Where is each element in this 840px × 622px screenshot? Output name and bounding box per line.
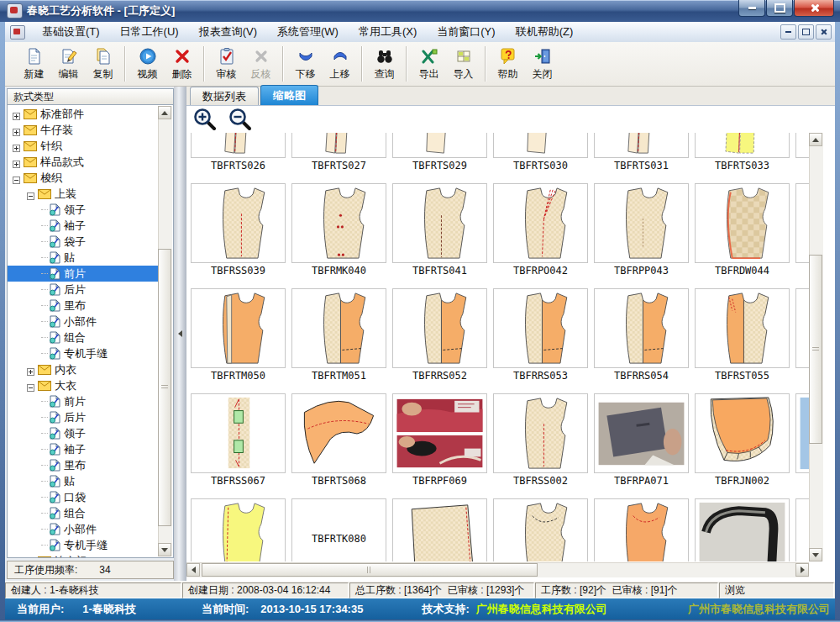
mdi-restore-button[interactable] xyxy=(798,24,814,40)
toolbar-button-0[interactable]: 新建 xyxy=(17,45,51,83)
menu-item-3[interactable]: 系统管理(W) xyxy=(267,22,349,42)
thumbnail-cell[interactable]: TBFRTS031 xyxy=(594,133,689,175)
menu-item-0[interactable]: 基础设置(T) xyxy=(32,22,110,42)
thumbnail-cell[interactable]: TBFRPO042 xyxy=(493,183,588,280)
thumbnail-cell[interactable]: TBFRTK080 xyxy=(291,498,386,561)
thumbnail-cell[interactable]: TBFRSS002 xyxy=(493,393,588,490)
grid-scroll-down-icon[interactable] xyxy=(809,548,822,561)
toolbar-button-7[interactable]: 下移 xyxy=(288,45,323,83)
thumbnail-cell[interactable]: TBFRTS033 xyxy=(695,133,790,175)
thumbnail-cell[interactable]: TBFRDW044 xyxy=(695,183,790,280)
thumbnail-cell[interactable]: TBFRPP043 xyxy=(594,183,689,280)
toolbar-button-11[interactable]: 导入 xyxy=(446,45,480,83)
tree-item-4[interactable]: 梭织 xyxy=(8,170,160,186)
thumbnail-cell[interactable]: TBFRTS029 xyxy=(392,133,487,175)
tree-item-3[interactable]: 样品款式 xyxy=(8,154,160,170)
grid-scroll-thumb[interactable] xyxy=(809,255,822,444)
tree-item-1[interactable]: 牛仔装 xyxy=(8,122,160,138)
grid-scroll-right-icon[interactable] xyxy=(795,563,809,577)
tree-item-24[interactable]: 口袋 xyxy=(8,489,160,505)
thumbnail-cell[interactable]: TBFRPA071 xyxy=(594,393,689,490)
menu-item-5[interactable]: 当前窗口(Y) xyxy=(427,22,505,42)
toolbar-button-8[interactable]: 上移 xyxy=(323,45,357,83)
thumbnail-cell[interactable]: TBFRTS041 xyxy=(392,183,487,280)
grid-vertical-scrollbar[interactable] xyxy=(809,133,823,561)
tree-item-2[interactable]: 针织 xyxy=(8,138,160,154)
toolbar-button-9[interactable]: 查询 xyxy=(367,45,402,83)
thumbnail-cell[interactable] xyxy=(795,183,809,280)
thumbnail-cell[interactable]: TBFRTS026 xyxy=(191,133,286,175)
tree-item-6[interactable]: 领子 xyxy=(8,202,160,218)
thumbnail-cell[interactable]: TBFRTS027 xyxy=(291,133,386,175)
close-button[interactable] xyxy=(794,0,834,17)
collapse-icon[interactable] xyxy=(27,382,34,389)
tree-item-19[interactable]: 后片 xyxy=(8,409,160,425)
expand-icon[interactable] xyxy=(13,142,20,150)
expand-icon[interactable] xyxy=(27,557,34,558)
thumbnail-cell[interactable] xyxy=(795,498,809,561)
menu-item-1[interactable]: 日常工作(U) xyxy=(110,22,189,42)
toolbar-button-13[interactable]: 关闭 xyxy=(525,45,559,83)
tree-item-17[interactable]: 大衣 xyxy=(8,377,160,393)
thumbnail-cell[interactable]: TBFRJN002 xyxy=(695,393,790,490)
tree-item-18[interactable]: 前片 xyxy=(8,393,160,409)
thumbnail-cell[interactable] xyxy=(594,498,689,561)
thumbnail-cell[interactable]: TBFRRS054 xyxy=(594,288,689,385)
thumbnail-cell[interactable] xyxy=(392,498,487,561)
tree-item-21[interactable]: 袖子 xyxy=(8,441,160,457)
toolbar-button-4[interactable]: 删除 xyxy=(165,45,199,83)
tree-item-16[interactable]: 内衣 xyxy=(8,361,160,377)
thumbnail-cell[interactable] xyxy=(795,288,809,385)
thumbnail-cell[interactable]: TBFRSS067 xyxy=(191,393,286,490)
tree-item-11[interactable]: 后片 xyxy=(8,282,160,298)
tree-item-26[interactable]: 小部件 xyxy=(8,521,160,537)
tree-scroll-thumb[interactable] xyxy=(158,249,171,526)
grid-hscroll-thumb[interactable] xyxy=(202,563,538,577)
tree-item-10[interactable]: 前片 xyxy=(8,266,160,282)
thumbnail-cell[interactable]: TBFRTS030 xyxy=(493,133,588,175)
minimize-button[interactable] xyxy=(738,0,765,17)
thumbnail-cell[interactable] xyxy=(493,498,588,561)
tree-item-9[interactable]: 贴 xyxy=(8,250,160,266)
thumbnail-cell[interactable]: TBFRST055 xyxy=(695,288,790,385)
toolbar-button-5[interactable]: 审核 xyxy=(209,45,244,83)
tree-item-22[interactable]: 里布 xyxy=(8,457,160,473)
tree-scroll-up-icon[interactable] xyxy=(158,106,171,119)
zoom-out-icon[interactable] xyxy=(228,108,252,131)
collapse-icon[interactable] xyxy=(27,190,34,198)
menu-item-2[interactable]: 报表查询(V) xyxy=(189,22,267,42)
thumbnail-cell[interactable]: TBFRPF069 xyxy=(392,393,487,490)
tree-item-8[interactable]: 袋子 xyxy=(8,234,160,250)
toolbar-button-2[interactable]: 复制 xyxy=(86,45,120,83)
maximize-button[interactable] xyxy=(766,0,793,17)
thumbnail-cell[interactable]: TBFRRS052 xyxy=(392,288,487,385)
thumbnail-cell[interactable] xyxy=(795,393,809,490)
expand-icon[interactable] xyxy=(13,126,20,134)
tree-item-27[interactable]: 专机手缝 xyxy=(8,537,160,553)
thumbnail-cell[interactable] xyxy=(695,498,790,561)
expand-icon[interactable] xyxy=(13,158,20,166)
thumbnail-cell[interactable]: TBFRRS053 xyxy=(493,288,588,385)
toolbar-button-1[interactable]: 编辑 xyxy=(51,45,86,83)
expand-icon[interactable] xyxy=(27,366,34,373)
tree-scrollbar[interactable] xyxy=(158,106,172,556)
tree-item-7[interactable]: 袖子 xyxy=(8,218,160,234)
menu-item-4[interactable]: 常用工具(X) xyxy=(349,22,427,42)
toolbar-button-10[interactable]: 导出 xyxy=(412,45,446,83)
thumbnail-cell[interactable] xyxy=(795,133,809,175)
thumbnail-cell[interactable]: TBFRMK040 xyxy=(291,183,386,280)
tab-thumbnails[interactable]: 缩略图 xyxy=(260,85,318,105)
tree-item-14[interactable]: 组合 xyxy=(8,329,160,345)
tab-data-list[interactable]: 数据列表 xyxy=(190,87,259,105)
expand-icon[interactable] xyxy=(13,110,20,118)
toolbar-button-12[interactable]: 帮助 xyxy=(491,45,525,83)
collapse-icon[interactable] xyxy=(13,174,20,182)
zoom-in-icon[interactable] xyxy=(193,108,217,131)
panel-splitter[interactable] xyxy=(174,87,186,581)
menu-item-6[interactable]: 联机帮助(Z) xyxy=(506,22,584,42)
thumbnail-cell[interactable]: TBFRSS039 xyxy=(191,183,286,280)
tree-item-20[interactable]: 领子 xyxy=(8,425,160,441)
thumbnail-cell[interactable]: TBFRTM051 xyxy=(291,288,386,385)
grid-scroll-left-icon[interactable] xyxy=(186,563,200,577)
tree-item-25[interactable]: 组合 xyxy=(8,505,160,521)
